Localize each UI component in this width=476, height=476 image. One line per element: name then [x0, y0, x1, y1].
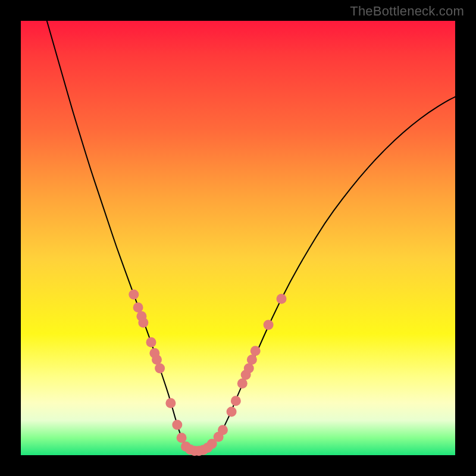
curve-marker — [250, 346, 261, 356]
curve-marker — [244, 364, 254, 374]
curve-marker — [138, 318, 148, 328]
curve-marker — [177, 433, 187, 443]
curve-marker — [227, 407, 237, 417]
curve-marker — [247, 355, 257, 365]
curve-marker — [129, 289, 139, 299]
curve-marker — [172, 419, 182, 430]
bottleneck-curve — [47, 21, 455, 451]
chart-stage: TheBottleneck.com — [0, 0, 476, 476]
curve-marker — [165, 398, 176, 408]
watermark-text: TheBottleneck.com — [350, 4, 464, 19]
curve-marker — [152, 355, 162, 365]
curve-marker — [264, 320, 274, 330]
curve-marker — [231, 396, 241, 406]
curve-marker — [155, 364, 165, 374]
curve-marker — [218, 425, 228, 435]
curve-marker — [146, 337, 156, 347]
curve-marker — [133, 302, 143, 312]
curve-marker — [277, 294, 287, 304]
curve-marker — [237, 378, 248, 389]
chart-svg — [21, 21, 455, 455]
curve-markers — [129, 289, 286, 456]
plot-area — [21, 21, 455, 455]
